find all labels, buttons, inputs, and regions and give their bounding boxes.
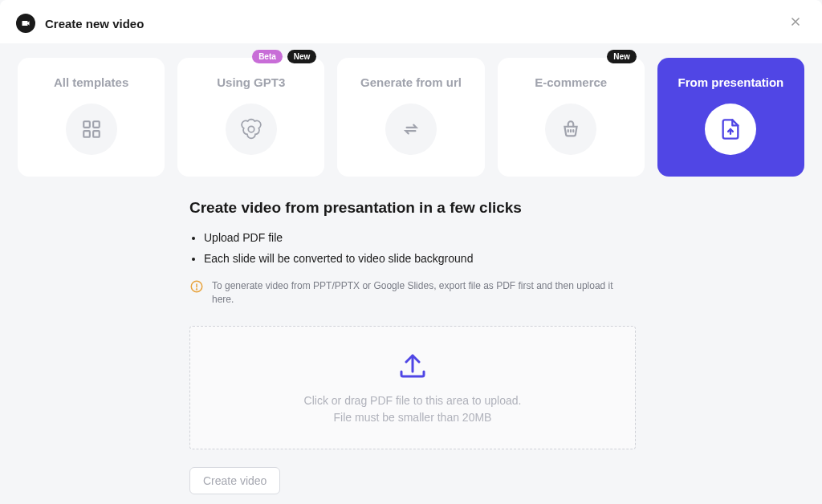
- svg-point-6: [197, 289, 197, 290]
- tab-from-presentation[interactable]: From presentation: [657, 58, 804, 177]
- basket-icon: [545, 104, 596, 155]
- badge-new: New: [287, 50, 317, 63]
- svg-rect-3: [93, 131, 100, 137]
- svg-rect-0: [83, 121, 90, 128]
- tab-badges: New: [607, 50, 637, 63]
- tab-label: All templates: [54, 75, 128, 89]
- svg-rect-2: [83, 131, 90, 137]
- tab-label: Using GPT3: [217, 75, 285, 89]
- tab-label: From presentation: [678, 75, 784, 89]
- badge-new: New: [607, 50, 637, 63]
- info-note: To generate video from PPT/PPTX or Googl…: [189, 279, 636, 307]
- modal-header: Create new video: [0, 0, 822, 43]
- close-button[interactable]: [785, 11, 806, 35]
- section-title: Create video from presantation in a few …: [189, 199, 636, 217]
- tab-label: E-commerce: [535, 75, 607, 89]
- create-video-modal: Create new video All templates Beta New …: [0, 0, 822, 504]
- tab-badges: Beta New: [252, 50, 316, 63]
- tab-all-templates[interactable]: All templates: [18, 58, 165, 177]
- list-item: Upload PDF file: [204, 231, 636, 244]
- tab-generate-from-url[interactable]: Generate from url: [337, 58, 484, 177]
- tab-label: Generate from url: [360, 75, 462, 89]
- info-text: To generate video from PPT/PPTX or Googl…: [212, 279, 636, 307]
- dropzone-text: Click or drag PDF file to this area to u…: [304, 392, 522, 426]
- svg-point-4: [248, 126, 254, 132]
- header-left: Create new video: [16, 14, 144, 33]
- openai-icon: [226, 104, 277, 155]
- modal-body: All templates Beta New Using GPT3 Genera…: [0, 43, 822, 504]
- grid-icon: [66, 104, 117, 155]
- upload-icon: [397, 351, 429, 383]
- close-icon: [788, 14, 803, 29]
- badge-beta: Beta: [252, 50, 283, 63]
- list-item: Each slide will be converted to video sl…: [204, 252, 636, 265]
- template-tabs: All templates Beta New Using GPT3 Genera…: [18, 58, 804, 177]
- upload-dropzone[interactable]: Click or drag PDF file to this area to u…: [189, 326, 636, 449]
- tab-e-commerce[interactable]: New E-commerce: [498, 58, 645, 177]
- create-video-button[interactable]: Create video: [189, 467, 280, 494]
- info-icon: [189, 279, 204, 297]
- instruction-list: Upload PDF file Each slide will be conve…: [189, 231, 636, 265]
- swap-arrows-icon: [385, 104, 437, 155]
- video-camera-icon: [16, 14, 35, 33]
- dropzone-line2: File must be smaller than 20MB: [304, 409, 522, 426]
- modal-title: Create new video: [45, 17, 144, 30]
- file-upload-icon: [705, 104, 756, 155]
- svg-rect-1: [93, 121, 100, 128]
- tab-using-gpt3[interactable]: Beta New Using GPT3: [177, 58, 324, 177]
- dropzone-line1: Click or drag PDF file to this area to u…: [304, 392, 522, 409]
- content-area: Create video from presantation in a few …: [186, 199, 636, 494]
